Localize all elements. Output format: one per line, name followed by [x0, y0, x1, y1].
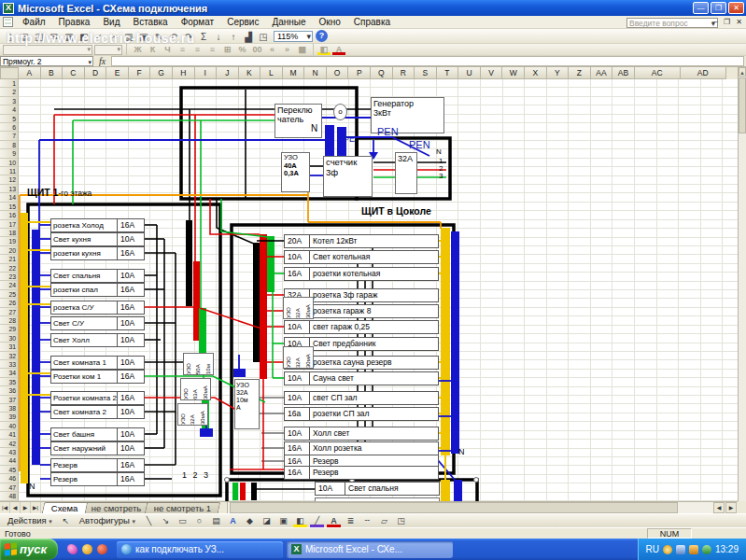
column-header[interactable]: S: [415, 67, 437, 79]
menu-item[interactable]: Формат: [181, 17, 215, 27]
row-header[interactable]: 31: [0, 343, 19, 351]
breaker-row[interactable]: Свет Холл 10А: [50, 333, 145, 347]
row-header[interactable]: 39: [0, 413, 19, 421]
actions-menu[interactable]: Действия ▾: [4, 514, 56, 527]
sort-ascending-icon[interactable]: ↓: [211, 30, 226, 43]
row-header[interactable]: 47: [0, 483, 19, 492]
scroll-right-icon[interactable]: ▶: [725, 502, 737, 513]
breaker-32a-box[interactable]: 32А: [395, 152, 417, 194]
row-header[interactable]: 35: [0, 378, 19, 386]
oval-icon[interactable]: ○: [192, 515, 206, 527]
row-header[interactable]: 36: [0, 386, 19, 395]
format-painter-icon[interactable]: ✎: [151, 30, 166, 43]
prev-sheet-icon[interactable]: ◀: [10, 502, 21, 513]
close-button[interactable]: ✕: [728, 2, 744, 14]
fill-color-icon[interactable]: ◧: [317, 44, 331, 55]
uzo-box[interactable]: УЗО32А30мА: [283, 346, 314, 369]
rectangle-icon[interactable]: ▭: [176, 515, 190, 527]
redo-icon[interactable]: ↷: [181, 30, 196, 43]
uzo-box[interactable]: УЗО32А30мА: [283, 297, 314, 319]
meter-box[interactable]: счетчик 3ф: [323, 156, 373, 197]
spelling-icon[interactable]: ✓: [91, 30, 106, 43]
fill-color-icon[interactable]: ◧: [293, 515, 307, 527]
row-header[interactable]: 48: [0, 492, 19, 500]
vertical-scrollbar[interactable]: ▲: [738, 67, 746, 501]
tab-schema[interactable]: Схема: [42, 502, 88, 513]
media-player-icon[interactable]: [82, 544, 92, 554]
row-header[interactable]: 41: [0, 430, 19, 439]
breaker-row[interactable]: 16А Резерв: [284, 466, 439, 480]
column-header[interactable]: Y: [547, 67, 570, 79]
breaker-row[interactable]: 10А свет гараж 0,25: [284, 320, 439, 334]
breaker-row[interactable]: 16а розетки СП зал: [284, 407, 439, 421]
breaker-row[interactable]: 16А Холл розетка: [284, 441, 439, 455]
line-icon[interactable]: ╲: [142, 515, 156, 527]
open-icon[interactable]: ▤: [17, 30, 32, 43]
row-header[interactable]: 40: [0, 422, 19, 430]
row-header[interactable]: 11: [0, 167, 19, 175]
breaker-row[interactable]: 16А розетки котельная: [284, 267, 439, 281]
new-document-icon[interactable]: ▯: [2, 30, 17, 43]
row-header[interactable]: 18: [0, 229, 19, 237]
row-header[interactable]: 19: [0, 237, 19, 245]
row-header[interactable]: 30: [0, 334, 19, 343]
workbook-window-controls[interactable]: ─ ❐ ✕: [712, 18, 744, 26]
select-all-corner[interactable]: [0, 67, 19, 79]
row-header[interactable]: 14: [0, 193, 19, 202]
first-sheet-icon[interactable]: |◀: [0, 502, 10, 513]
breaker-row[interactable]: 10А Свет котельная: [284, 250, 439, 264]
column-header[interactable]: M: [283, 67, 305, 79]
column-header[interactable]: O: [327, 67, 349, 79]
print-icon[interactable]: ▦: [62, 30, 77, 43]
save-icon[interactable]: ◫: [32, 30, 47, 43]
row-header[interactable]: 17: [0, 220, 19, 229]
breaker-row[interactable]: Свет спальня 10А: [50, 269, 145, 283]
row-header[interactable]: 43: [0, 448, 19, 456]
line-style-icon[interactable]: ≣: [344, 515, 358, 527]
column-header[interactable]: AA: [591, 67, 613, 79]
breaker-row[interactable]: Резерв 16А: [50, 472, 145, 486]
breaker-row[interactable]: розетки спал 16А: [50, 283, 145, 297]
tray-icon-3[interactable]: [689, 545, 698, 554]
column-header[interactable]: C: [63, 67, 85, 79]
menu-item[interactable]: Справка: [354, 17, 390, 27]
menu-item[interactable]: Вид: [103, 17, 120, 27]
next-sheet-icon[interactable]: ▶: [21, 502, 31, 513]
row-header[interactable]: 4: [0, 105, 19, 114]
row-header[interactable]: 2: [0, 88, 19, 96]
row-header[interactable]: 21: [0, 255, 19, 263]
breaker-row[interactable]: Свет комната 1 10А: [50, 356, 145, 370]
breaker-row[interactable]: Свет комната 2 10А: [50, 405, 145, 419]
vscroll-thumb[interactable]: [739, 77, 746, 133]
name-box[interactable]: Прямоуг. 2▾: [0, 56, 93, 66]
italic-icon[interactable]: К: [146, 44, 160, 55]
row-header[interactable]: 5: [0, 115, 19, 123]
breaker-row[interactable]: 10А Свет спальня: [315, 482, 440, 496]
row-header[interactable]: 38: [0, 404, 19, 413]
textbox-icon[interactable]: ▤: [209, 515, 223, 527]
merge-center-icon[interactable]: ⊞: [220, 44, 234, 55]
menu-item[interactable]: Правка: [59, 17, 91, 27]
column-header[interactable]: G: [150, 67, 173, 79]
autosum-icon[interactable]: Σ: [196, 30, 211, 43]
column-header[interactable]: V: [481, 67, 503, 79]
row-header[interactable]: 45: [0, 466, 19, 474]
scroll-up-icon[interactable]: ▲: [739, 67, 746, 77]
browser-icon[interactable]: [97, 544, 107, 554]
percent-icon[interactable]: %: [235, 44, 249, 55]
cut-icon[interactable]: ✂: [106, 30, 121, 43]
row-header[interactable]: 24: [0, 281, 19, 289]
font-color-icon[interactable]: А: [327, 515, 341, 527]
scroll-left-icon[interactable]: ◀: [713, 502, 725, 513]
column-header[interactable]: N: [304, 67, 327, 79]
copy-icon[interactable]: ▥: [121, 30, 136, 43]
column-header[interactable]: B: [41, 67, 63, 79]
uzo-box-32a[interactable]: УЗО 32А 10м А: [234, 379, 260, 429]
row-header[interactable]: 29: [0, 325, 19, 333]
menu-item[interactable]: Вставка: [133, 17, 167, 27]
row-header[interactable]: 23: [0, 273, 19, 281]
mail-icon[interactable]: ✉: [47, 30, 62, 43]
row-header[interactable]: 26: [0, 299, 19, 307]
column-header[interactable]: R: [393, 67, 415, 79]
chart-wizard-icon[interactable]: ▟: [241, 30, 256, 43]
